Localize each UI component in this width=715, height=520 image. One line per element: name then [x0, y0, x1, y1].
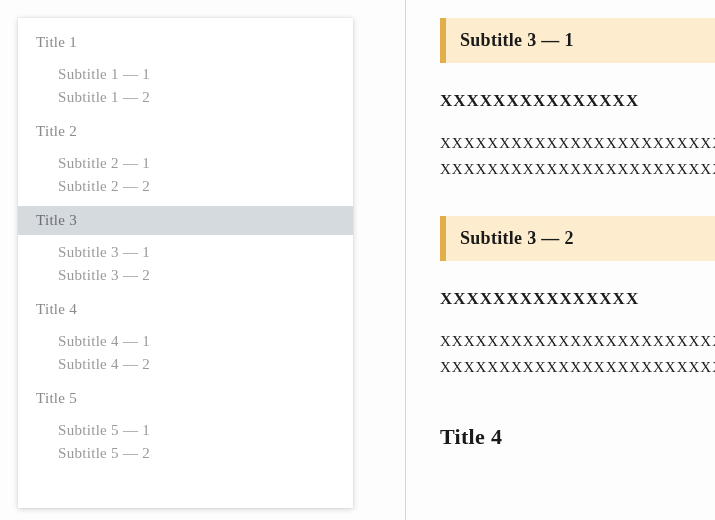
- toc-group-5: Title 5 Subtitle 5 — 1 Subtitle 5 — 2: [18, 384, 353, 473]
- toc-sub-4-1[interactable]: Subtitle 4 — 1: [18, 330, 353, 353]
- content-subtitle-3-2: Subtitle 3 — 2: [440, 216, 715, 261]
- toc-panel: Title 1 Subtitle 1 — 1 Subtitle 1 — 2 Ti…: [18, 18, 353, 508]
- toc-group-1: Title 1 Subtitle 1 — 1 Subtitle 1 — 2: [18, 28, 353, 117]
- content-para-2a: XXXXXXXXXXXXXXXXXXXXXXXXXXXXXXXXXXX: [440, 329, 715, 355]
- content-para-1b: XXXXXXXXXXXXXXXXXXXXXXXXXXXXXXXXXXX: [440, 157, 715, 183]
- toc-subs-5: Subtitle 5 — 1 Subtitle 5 — 2: [18, 413, 353, 473]
- toc-subs-1: Subtitle 1 — 1 Subtitle 1 — 2: [18, 57, 353, 117]
- content-heading-2: XXXXXXXXXXXXXXX: [440, 289, 715, 309]
- toc-title-5[interactable]: Title 5: [18, 384, 353, 413]
- toc-sub-2-2[interactable]: Subtitle 2 — 2: [18, 175, 353, 198]
- vertical-divider: [405, 0, 406, 520]
- toc-subs-2: Subtitle 2 — 1 Subtitle 2 — 2: [18, 146, 353, 206]
- toc-sub-3-1[interactable]: Subtitle 3 — 1: [18, 241, 353, 264]
- toc-subs-3: Subtitle 3 — 1 Subtitle 3 — 2: [18, 235, 353, 295]
- toc-title-3[interactable]: Title 3: [18, 206, 353, 235]
- toc-sub-2-1[interactable]: Subtitle 2 — 1: [18, 152, 353, 175]
- toc-sub-5-1[interactable]: Subtitle 5 — 1: [18, 419, 353, 442]
- content-area: Subtitle 3 — 1 XXXXXXXXXXXXXXX XXXXXXXXX…: [440, 0, 715, 520]
- toc-sub-5-2[interactable]: Subtitle 5 — 2: [18, 442, 353, 465]
- content-para-2b: XXXXXXXXXXXXXXXXXXXXXXXXXXXXXXXXXXX: [440, 355, 715, 381]
- content-heading-1: XXXXXXXXXXXXXXX: [440, 91, 715, 111]
- toc-title-1[interactable]: Title 1: [18, 28, 353, 57]
- toc-title-2[interactable]: Title 2: [18, 117, 353, 146]
- toc-group-3: Title 3 Subtitle 3 — 1 Subtitle 3 — 2: [18, 206, 353, 295]
- toc-sub-4-2[interactable]: Subtitle 4 — 2: [18, 353, 353, 376]
- toc-sub-3-2[interactable]: Subtitle 3 — 2: [18, 264, 353, 287]
- toc-title-4[interactable]: Title 4: [18, 295, 353, 324]
- content-para-1a: XXXXXXXXXXXXXXXXXXXXXXXXXXXXXXXXXXX: [440, 131, 715, 157]
- toc-group-2: Title 2 Subtitle 2 — 1 Subtitle 2 — 2: [18, 117, 353, 206]
- toc-subs-4: Subtitle 4 — 1 Subtitle 4 — 2: [18, 324, 353, 384]
- content-title-4: Title 4: [440, 424, 715, 450]
- toc-sub-1-2[interactable]: Subtitle 1 — 2: [18, 86, 353, 109]
- toc-group-4: Title 4 Subtitle 4 — 1 Subtitle 4 — 2: [18, 295, 353, 384]
- toc-sub-1-1[interactable]: Subtitle 1 — 1: [18, 63, 353, 86]
- content-subtitle-3-1: Subtitle 3 — 1: [440, 18, 715, 63]
